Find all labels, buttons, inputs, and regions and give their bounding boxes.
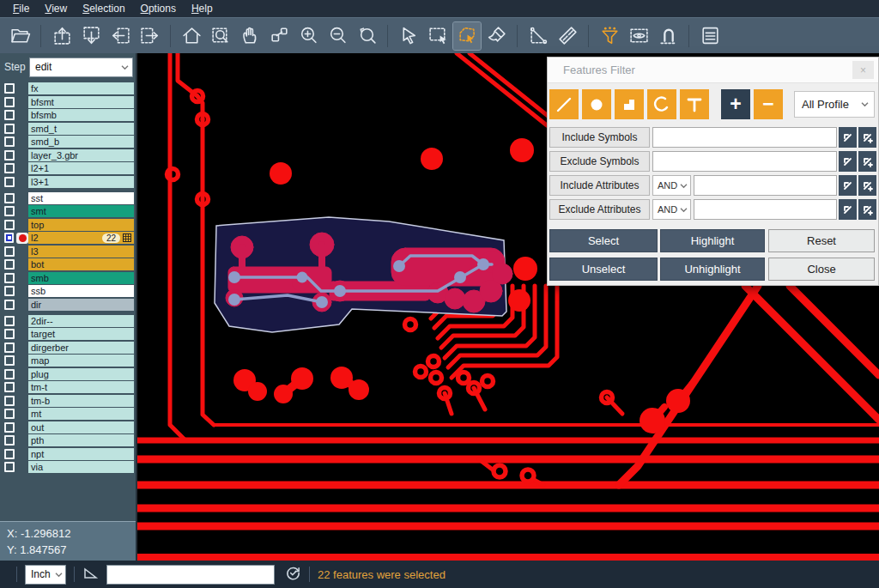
exclude-attributes-input[interactable] bbox=[694, 199, 837, 220]
sync-check-icon[interactable] bbox=[285, 565, 301, 585]
layer-name-layer_3.gbr[interactable]: layer_3.gbr bbox=[28, 149, 134, 161]
view-options-button[interactable] bbox=[625, 22, 652, 50]
dialog-title-bar[interactable]: Features Filter × bbox=[548, 58, 878, 83]
ruler-button[interactable] bbox=[554, 22, 581, 50]
layer-checkbox-target[interactable] bbox=[4, 329, 15, 339]
layer-checkbox-l3[interactable] bbox=[4, 246, 15, 257]
layer-name-fx[interactable]: fx bbox=[28, 82, 134, 94]
pan-right-button[interactable] bbox=[136, 22, 163, 50]
layer-name-bfsmt[interactable]: bfsmt bbox=[28, 96, 134, 108]
layer-checkbox-2dir--[interactable] bbox=[4, 316, 15, 326]
pan-left-button[interactable] bbox=[106, 22, 134, 50]
layer-checkbox-l2+1[interactable] bbox=[4, 163, 15, 173]
grid-icon[interactable] bbox=[123, 233, 131, 242]
dialog-close-button[interactable]: × bbox=[852, 61, 874, 79]
layer-checkbox-dir[interactable] bbox=[4, 300, 15, 310]
layer-name-top[interactable]: top bbox=[28, 219, 134, 231]
menu-file[interactable]: File bbox=[5, 1, 37, 16]
subtract-mode-button[interactable]: − bbox=[754, 89, 783, 119]
layer-name-smb[interactable]: smb bbox=[28, 272, 134, 284]
exclude-attributes-operator-select[interactable]: AND bbox=[652, 199, 691, 220]
exclude-attributes-pick-add-button[interactable] bbox=[858, 199, 876, 220]
layer-name-l2[interactable]: l222 bbox=[28, 232, 134, 244]
menu-view[interactable]: View bbox=[37, 1, 75, 16]
layer-name-smd_t[interactable]: smd_t bbox=[28, 123, 134, 135]
open-folder-button[interactable] bbox=[6, 22, 33, 50]
layer-checkbox-smd_b[interactable] bbox=[4, 136, 15, 147]
layer-checkbox-dirgerber[interactable] bbox=[4, 342, 15, 353]
reset-button[interactable]: Reset bbox=[768, 229, 875, 252]
zoom-window-button[interactable] bbox=[207, 22, 234, 50]
home-view-button[interactable] bbox=[178, 22, 205, 50]
layer-checkbox-smd_t[interactable] bbox=[4, 124, 15, 134]
include-attributes-pick-add-button[interactable] bbox=[858, 175, 876, 196]
layer-checkbox-tm-b[interactable] bbox=[4, 396, 15, 406]
exclude-symbols-pick-add-button[interactable] bbox=[858, 151, 876, 172]
command-input[interactable] bbox=[106, 565, 275, 585]
layer-name-out[interactable]: out bbox=[28, 421, 134, 433]
include-symbols-pick-button[interactable] bbox=[839, 127, 857, 148]
layer-checkbox-top[interactable] bbox=[4, 220, 15, 230]
layer-checkbox-plug[interactable] bbox=[4, 369, 15, 379]
layer-name-l3+1[interactable]: l3+1 bbox=[28, 176, 134, 188]
zoom-object-button[interactable] bbox=[265, 22, 293, 50]
layer-checkbox-via[interactable] bbox=[4, 462, 15, 472]
layer-name-l2+1[interactable]: l2+1 bbox=[28, 162, 134, 174]
arc-feature-button[interactable] bbox=[647, 89, 676, 119]
exclude-attributes-button[interactable]: Exclude Attributes bbox=[549, 199, 650, 220]
zoom-out-button[interactable] bbox=[324, 22, 351, 50]
layer-checkbox-smb[interactable] bbox=[4, 273, 15, 283]
layer-checkbox-bfsmt[interactable] bbox=[4, 97, 15, 107]
brush-select-button[interactable] bbox=[482, 22, 510, 50]
layer-name-bot[interactable]: bot bbox=[28, 258, 134, 270]
layer-name-npt[interactable]: npt bbox=[28, 448, 134, 460]
report-list-button[interactable] bbox=[696, 22, 724, 50]
include-symbols-pick-add-button[interactable] bbox=[858, 127, 876, 148]
close-button[interactable]: Close bbox=[768, 258, 875, 281]
layer-name-smt[interactable]: smt bbox=[28, 205, 134, 217]
exclude-attributes-pick-button[interactable] bbox=[839, 199, 857, 220]
include-symbols-input[interactable] bbox=[652, 127, 837, 148]
line-feature-button[interactable] bbox=[549, 89, 579, 119]
highlight-button[interactable]: Highlight bbox=[660, 229, 765, 252]
menu-selection[interactable]: Selection bbox=[75, 1, 132, 16]
include-attributes-input[interactable] bbox=[694, 175, 837, 196]
layer-checkbox-l2[interactable] bbox=[4, 233, 14, 243]
layer-checkbox-npt[interactable] bbox=[4, 449, 15, 459]
layer-checkbox-sst[interactable] bbox=[4, 193, 15, 203]
layer-name-plug[interactable]: plug bbox=[28, 368, 134, 380]
menu-options[interactable]: Options bbox=[133, 1, 184, 16]
include-attributes-operator-select[interactable]: AND bbox=[652, 175, 691, 196]
layer-checkbox-smt[interactable] bbox=[4, 206, 15, 216]
layer-name-mt[interactable]: mt bbox=[28, 408, 134, 420]
layer-name-map[interactable]: map bbox=[28, 355, 134, 367]
layer-checkbox-out[interactable] bbox=[4, 422, 15, 433]
layer-checkbox-mt[interactable] bbox=[4, 409, 15, 419]
unhighlight-button[interactable]: Unhighlight bbox=[660, 258, 765, 281]
layer-checkbox-fx[interactable] bbox=[4, 83, 15, 94]
layer-checkbox-l3+1[interactable] bbox=[4, 177, 15, 187]
layer-name-bfsmb[interactable]: bfsmb bbox=[28, 109, 134, 121]
layer-name-2dir--[interactable]: 2dir-- bbox=[28, 315, 134, 327]
zoom-previous-button[interactable] bbox=[353, 22, 380, 50]
unselect-button[interactable]: Unselect bbox=[549, 258, 658, 281]
step-select[interactable]: edit bbox=[29, 58, 133, 77]
layer-name-ssb[interactable]: ssb bbox=[28, 285, 134, 297]
layer-name-dirgerber[interactable]: dirgerber bbox=[28, 342, 134, 354]
include-symbols-button[interactable]: Include Symbols bbox=[549, 127, 650, 148]
layer-name-via[interactable]: via bbox=[28, 461, 134, 473]
layer-name-sst[interactable]: sst bbox=[28, 192, 134, 204]
exclude-symbols-input[interactable] bbox=[652, 151, 837, 172]
menu-help[interactable]: Help bbox=[184, 1, 221, 16]
exclude-symbols-pick-button[interactable] bbox=[839, 151, 857, 172]
angle-measure-icon[interactable] bbox=[82, 564, 100, 585]
zoom-in-button[interactable] bbox=[294, 22, 322, 50]
pad-feature-button[interactable] bbox=[582, 89, 611, 119]
layer-name-dir[interactable]: dir bbox=[28, 299, 134, 311]
layer-checkbox-tm-t[interactable] bbox=[4, 382, 15, 392]
layer-checkbox-layer_3.gbr[interactable] bbox=[4, 150, 15, 161]
layer-checkbox-map[interactable] bbox=[4, 355, 15, 366]
select-button[interactable]: Select bbox=[549, 229, 658, 252]
rect-select-button[interactable] bbox=[424, 22, 452, 50]
profile-select[interactable]: All Profile bbox=[794, 91, 875, 118]
